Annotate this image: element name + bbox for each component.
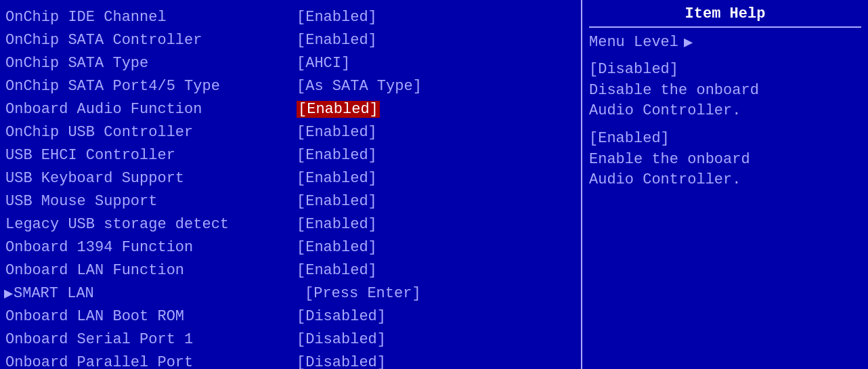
- row-value: [Enabled]: [297, 147, 377, 164]
- row-label: OnChip USB Controller: [5, 124, 297, 141]
- help-text-disabled-line1: Disable the onboard: [589, 81, 861, 101]
- bios-row[interactable]: OnChip USB Controller[Enabled]: [4, 121, 577, 144]
- bios-row[interactable]: USB Mouse Support[Enabled]: [4, 190, 577, 213]
- bios-row[interactable]: Onboard Parallel Port[Disabled]: [4, 351, 577, 369]
- bios-row[interactable]: Onboard Audio Function[Enabled]: [4, 97, 577, 121]
- bios-row[interactable]: OnChip SATA Type[AHCI]: [4, 51, 577, 74]
- row-value: [Press Enter]: [305, 285, 421, 302]
- row-value: [Enabled]: [297, 9, 377, 26]
- bios-row[interactable]: Onboard 1394 Function[Enabled]: [4, 236, 577, 259]
- help-text-enabled-line1: Enable the onboard: [589, 150, 861, 170]
- row-label: OnChip SATA Port4/5 Type: [5, 78, 297, 95]
- row-value: [Enabled]: [297, 239, 377, 256]
- row-value: [Enabled]: [297, 216, 377, 233]
- item-help-title: Item Help: [589, 5, 861, 28]
- row-value: [As SATA Type]: [297, 78, 422, 95]
- help-option-enabled: [Enabled]: [589, 130, 861, 147]
- bios-row[interactable]: Legacy USB storage detect[Enabled]: [4, 213, 577, 236]
- row-value: [Enabled]: [297, 262, 377, 279]
- row-label: Onboard LAN Function: [5, 262, 297, 279]
- row-value: [Enabled]: [297, 193, 377, 210]
- row-label: OnChip IDE Channel: [5, 9, 297, 26]
- row-value: [Disabled]: [297, 331, 386, 348]
- row-label: Onboard Parallel Port: [5, 354, 297, 370]
- right-panel: Item Help Menu Level ▶ [Disabled] Disabl…: [582, 0, 868, 369]
- menu-level-label: Menu Level: [589, 34, 678, 51]
- row-label: Legacy USB storage detect: [5, 216, 297, 233]
- row-label: Onboard LAN Boot ROM: [5, 308, 297, 325]
- bios-row[interactable]: ▶SMART LAN[Press Enter]: [4, 282, 577, 305]
- help-section-enabled: [Enabled] Enable the onboard Audio Contr…: [589, 130, 861, 190]
- row-value: [Disabled]: [297, 354, 386, 370]
- help-section-disabled: [Disabled] Disable the onboard Audio Con…: [589, 61, 861, 121]
- row-value: [Enabled]: [297, 32, 377, 49]
- bios-row[interactable]: USB EHCI Controller[Enabled]: [4, 144, 577, 167]
- menu-level-arrow: ▶: [684, 33, 693, 51]
- row-label: Onboard Serial Port 1: [5, 331, 297, 348]
- bios-row[interactable]: OnChip SATA Port4/5 Type[As SATA Type]: [4, 74, 577, 97]
- bios-screen: OnChip IDE Channel[Enabled]OnChip SATA C…: [0, 0, 868, 369]
- bios-row[interactable]: Onboard LAN Function[Enabled]: [4, 259, 577, 282]
- menu-level-row: Menu Level ▶: [589, 33, 861, 51]
- row-label: OnChip SATA Type: [5, 55, 297, 72]
- bios-row[interactable]: USB Keyboard Support[Enabled]: [4, 167, 577, 190]
- row-value: [Enabled]: [297, 101, 380, 118]
- row-value: [Disabled]: [297, 308, 386, 325]
- row-value: [Enabled]: [297, 170, 377, 187]
- row-label: Onboard 1394 Function: [5, 239, 297, 256]
- help-option-disabled: [Disabled]: [589, 61, 861, 78]
- bios-row[interactable]: OnChip IDE Channel[Enabled]: [4, 5, 577, 28]
- smart-lan-marker: ▶: [4, 284, 13, 303]
- row-label: USB Keyboard Support: [5, 170, 297, 187]
- row-label: SMART LAN: [14, 285, 305, 302]
- row-label: OnChip SATA Controller: [5, 32, 297, 49]
- row-value: [AHCI]: [297, 55, 350, 72]
- bios-row[interactable]: Onboard Serial Port 1[Disabled]: [4, 328, 577, 351]
- row-label: USB Mouse Support: [5, 193, 297, 210]
- bios-row[interactable]: Onboard LAN Boot ROM[Disabled]: [4, 305, 577, 328]
- row-label: Onboard Audio Function: [5, 101, 297, 118]
- bios-row[interactable]: OnChip SATA Controller[Enabled]: [4, 28, 577, 51]
- row-label: USB EHCI Controller: [5, 147, 297, 164]
- left-panel: OnChip IDE Channel[Enabled]OnChip SATA C…: [0, 0, 582, 369]
- help-text-enabled-line2: Audio Controller.: [589, 170, 861, 190]
- row-value: [Enabled]: [297, 124, 377, 141]
- help-text-disabled-line2: Audio Controller.: [589, 101, 861, 121]
